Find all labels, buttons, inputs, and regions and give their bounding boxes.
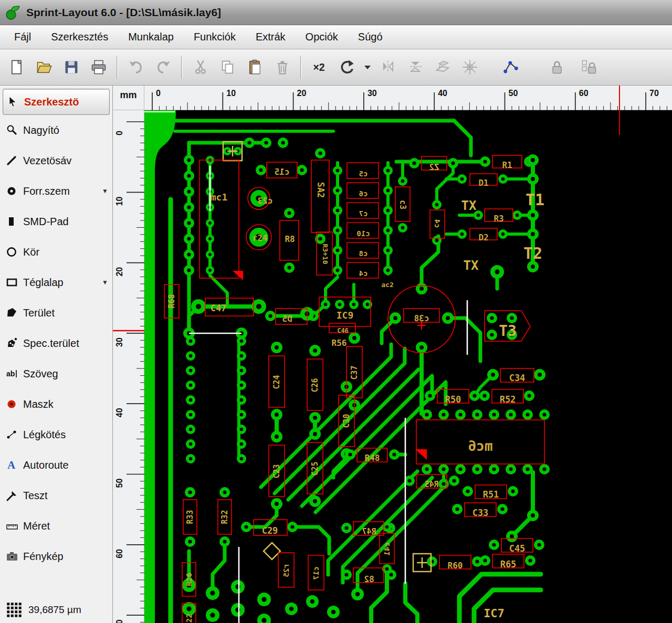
component-label[interactable]: ac2 <box>381 281 393 289</box>
sidebar-item-pad[interactable]: Forr.szem ▼ <box>0 176 112 206</box>
sidebar-item-zone[interactable]: Terület <box>0 298 112 328</box>
component-label[interactable]: C46 <box>337 327 349 334</box>
component-label[interactable]: C33 <box>472 508 489 518</box>
component-label[interactable]: C25 <box>310 461 320 476</box>
component-label[interactable]: c7 <box>359 209 368 218</box>
component-label[interactable]: C37 <box>350 365 359 379</box>
menu-edit[interactable]: Szerkesztés <box>41 28 118 46</box>
component-label[interactable]: R1 <box>502 160 512 170</box>
menu-functions[interactable]: Funkciók <box>184 28 246 46</box>
component-label[interactable]: R48 <box>365 453 380 463</box>
undo-button[interactable] <box>122 54 150 81</box>
component-label[interactable]: IC9 <box>337 310 354 321</box>
component-label[interactable]: T1 <box>526 191 544 209</box>
component-label[interactable]: 82 <box>364 574 374 584</box>
rotate-button[interactable] <box>333 54 361 81</box>
component-label[interactable]: C29 <box>262 525 278 536</box>
mirror-horizontal-button[interactable] <box>374 54 402 81</box>
redo-button[interactable] <box>150 54 177 81</box>
component-label[interactable]: T2 <box>523 244 542 262</box>
chevron-down-icon[interactable]: ▼ <box>102 279 108 286</box>
component-label[interactable]: T3 <box>499 322 517 340</box>
component-label[interactable]: R8 <box>285 234 295 244</box>
sidebar-item-measure[interactable]: Méret <box>0 511 112 541</box>
component-label[interactable]: c8 <box>359 249 368 258</box>
sidebar-item-test[interactable]: Teszt <box>0 480 112 511</box>
component-label[interactable]: C26 <box>310 378 320 392</box>
sidebar-item-mask[interactable]: Maszk <box>0 389 112 419</box>
mirror-vertical-button[interactable] <box>402 54 429 81</box>
rotate-dropdown-button[interactable] <box>361 54 374 81</box>
component-label[interactable]: R56 <box>332 338 347 348</box>
component-label[interactable]: c17 <box>312 566 320 579</box>
component-label[interactable]: C34 <box>509 373 526 383</box>
menu-options[interactable]: Opciók <box>296 28 348 46</box>
component-label[interactable]: R32 <box>220 510 229 524</box>
component-label[interactable]: C24 <box>272 375 281 389</box>
component-label[interactable]: c5 <box>359 170 368 178</box>
component-label[interactable]: R3 <box>494 214 503 224</box>
component-label[interactable]: c15 <box>275 167 290 177</box>
component-label[interactable]: C47 <box>211 303 227 313</box>
component-label[interactable]: c38 <box>414 313 429 323</box>
component-label[interactable]: R22 <box>185 614 193 623</box>
sidebar-item-special-zone[interactable]: Spec.terület <box>0 328 112 358</box>
component-label[interactable]: TX <box>461 198 477 213</box>
component-label[interactable]: R33 <box>185 510 195 524</box>
component-lock-button[interactable] <box>576 54 603 81</box>
component-label[interactable]: mc6 <box>468 438 493 454</box>
copy-button[interactable] <box>214 54 242 81</box>
component-label[interactable]: r24 <box>253 233 268 243</box>
print-button[interactable] <box>85 54 112 81</box>
align-snap-button[interactable] <box>456 54 484 81</box>
component-label[interactable]: R68 <box>167 294 176 308</box>
component-label[interactable]: R60 <box>448 561 463 571</box>
component-label[interactable]: c10 <box>356 229 370 238</box>
component-label[interactable]: R45 <box>424 480 438 489</box>
component-label[interactable]: Z2 <box>429 162 439 172</box>
duplicate-x2-button[interactable]: ×2 <box>306 54 333 81</box>
component-label[interactable]: c3 <box>398 200 407 209</box>
sidebar-item-autoroute[interactable]: A Autoroute <box>0 450 112 480</box>
component-label[interactable]: C23 <box>272 464 281 478</box>
component-label[interactable]: r25 <box>282 564 290 577</box>
component-label[interactable]: IC7 <box>484 607 505 620</box>
menu-extras[interactable]: Extrák <box>246 28 296 46</box>
sidebar-item-zoom[interactable]: Nagyító <box>0 115 112 145</box>
sidebar-item-rectangle[interactable]: Téglalap ▼ <box>0 267 112 298</box>
component-label[interactable]: R26 <box>185 573 193 586</box>
menu-board[interactable]: Munkalap <box>118 28 184 46</box>
lock-button[interactable] <box>543 54 571 81</box>
component-label[interactable]: c6 <box>359 189 368 198</box>
component-label[interactable]: c4 <box>433 219 442 228</box>
component-label[interactable]: R52 <box>500 394 516 405</box>
component-label[interactable]: D5 <box>282 314 292 324</box>
pcb-canvas[interactable]: mc1c15SA2c23r24R8R3+10c5c6c7c10c8c4Z2R1D… <box>144 110 672 623</box>
component-label[interactable]: SA2 <box>316 182 326 198</box>
chevron-down-icon[interactable]: ▼ <box>102 187 108 195</box>
component-label[interactable]: D1 <box>478 178 488 188</box>
sidebar-item-editor[interactable]: Szerkesztö <box>3 89 110 115</box>
component-label[interactable]: R47 <box>362 527 376 536</box>
paste-button[interactable] <box>242 54 269 81</box>
component-label[interactable]: c4 <box>359 269 368 278</box>
component-label[interactable]: mc1 <box>211 192 228 203</box>
component-label[interactable]: C45 <box>509 543 526 554</box>
sidebar-item-smd-pad[interactable]: SMD-Pad <box>0 206 112 237</box>
component-label[interactable]: D2 <box>478 233 488 242</box>
component-label[interactable]: R50 <box>445 394 461 405</box>
new-document-button[interactable] <box>3 54 30 81</box>
component-label[interactable]: TX <box>464 258 479 273</box>
grid-icon[interactable] <box>6 602 22 618</box>
save-button[interactable] <box>58 54 85 81</box>
component-label[interactable]: C30 <box>342 414 351 428</box>
menu-help[interactable]: Súgó <box>348 28 393 46</box>
sidebar-item-photo[interactable]: Fénykép <box>0 541 112 572</box>
connections-button[interactable] <box>497 54 524 81</box>
open-file-button[interactable] <box>30 54 58 81</box>
flip-board-side-button[interactable] <box>429 54 456 81</box>
component-label[interactable]: c41 <box>383 542 391 555</box>
component-label[interactable]: c23 <box>258 196 273 206</box>
delete-button[interactable] <box>269 54 296 81</box>
menu-file[interactable]: Fájl <box>4 28 41 46</box>
